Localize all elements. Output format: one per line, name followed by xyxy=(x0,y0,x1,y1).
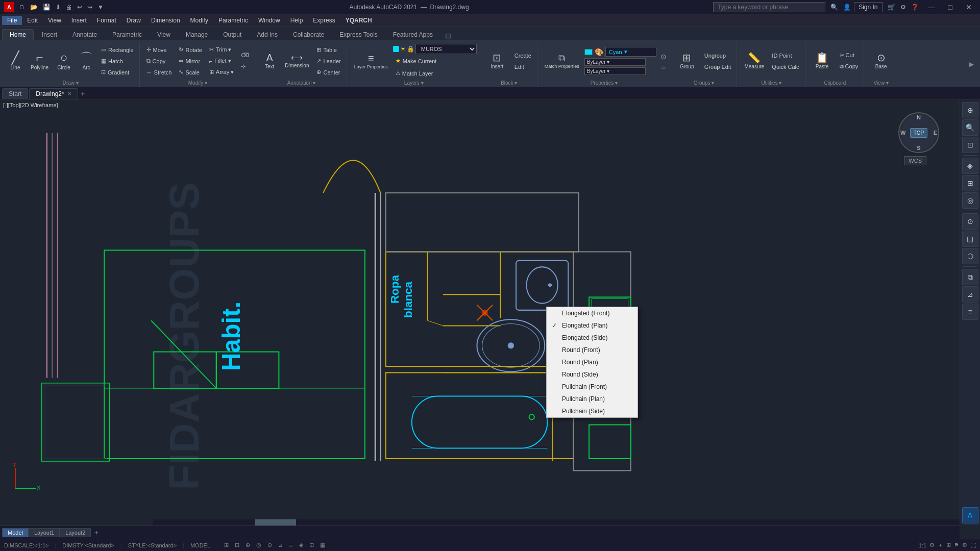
menu-item-round-side[interactable]: Round (Side) xyxy=(547,368,638,381)
measure-button[interactable]: 📏 Measure xyxy=(741,44,767,79)
qa-redo[interactable]: ↪ xyxy=(86,3,94,11)
ribbon-collapse-arrow[interactable]: ▶ xyxy=(965,42,978,87)
right-panel-btn-8[interactable]: ▤ xyxy=(962,231,978,247)
autocad-icon-btn[interactable]: A xyxy=(962,507,978,523)
qa-saveas[interactable]: ⬇ xyxy=(54,3,62,11)
right-panel-btn-6[interactable]: ◎ xyxy=(962,192,978,209)
menu-item-elongated-front[interactable]: Elongated (Front) xyxy=(547,307,638,319)
menu-dimension[interactable]: Dimension xyxy=(146,16,185,25)
status-otrack-icon[interactable]: ⊙ xyxy=(267,542,272,548)
qa-print[interactable]: 🖨 xyxy=(64,3,74,11)
menu-file[interactable]: File xyxy=(2,16,22,25)
annotation-group-label[interactable]: Annotation ▾ xyxy=(259,79,344,87)
tab-addins[interactable]: Add-ins xyxy=(250,30,285,40)
status-annomonitor-icon[interactable]: ⚑ xyxy=(954,542,959,548)
copy-button[interactable]: ⧉ Copy xyxy=(144,56,175,66)
status-plus-btn[interactable]: ＋ xyxy=(938,541,943,549)
groups-group-label[interactable]: Groups ▾ xyxy=(674,79,734,87)
menu-insert[interactable]: Insert xyxy=(66,16,92,25)
search-icon[interactable]: 🔍 xyxy=(830,4,838,11)
tab-insert[interactable]: Insert xyxy=(35,30,64,40)
polyline-button[interactable]: ⌐ Polyline xyxy=(28,44,52,79)
layout-tab-layout2[interactable]: Layout2 xyxy=(60,528,91,537)
status-dynamicinput-icon[interactable]: ⊿ xyxy=(278,542,283,548)
right-panel-btn-10[interactable]: ⧉ xyxy=(962,269,978,285)
menu-item-pullchain-plan[interactable]: Pullchain (Plan) xyxy=(547,393,638,405)
layer-select[interactable]: MUROS xyxy=(415,44,477,54)
paste-button[interactable]: 📋 Paste xyxy=(810,44,835,79)
status-selection-icon[interactable]: ▦ xyxy=(320,542,325,548)
quick-calc-btn[interactable]: Quick Calc xyxy=(769,62,801,72)
text-button[interactable]: A Text xyxy=(259,44,280,79)
explode-btn[interactable]: ⊹ xyxy=(238,62,252,72)
tab-express[interactable]: Express Tools xyxy=(332,30,384,40)
menu-window[interactable]: Window xyxy=(253,16,285,25)
status-fullscreen-icon[interactable]: ⛶ xyxy=(970,542,976,548)
dimension-button[interactable]: ⟷ Dimension xyxy=(282,44,312,79)
clipboard-group-label[interactable]: Clipboard xyxy=(810,79,861,87)
right-panel-btn-11[interactable]: ⊿ xyxy=(962,286,978,303)
menu-express[interactable]: Express xyxy=(308,16,340,25)
edit-btn[interactable]: Edit xyxy=(512,62,534,72)
right-panel-btn-12[interactable]: ≡ xyxy=(962,304,978,320)
tab-start[interactable]: Start xyxy=(2,88,28,99)
create-btn[interactable]: Create xyxy=(512,51,534,61)
status-snap-icon[interactable]: ⊡ xyxy=(235,542,239,548)
qa-save[interactable]: 💾 xyxy=(41,3,52,11)
compass-top-button[interactable]: TOP xyxy=(910,128,927,138)
status-model[interactable]: MODEL xyxy=(190,542,210,548)
mirror-button[interactable]: ⇔ Mirror xyxy=(176,56,204,66)
match-properties-button[interactable]: ⧉ Match Properties xyxy=(542,44,582,79)
status-polar-icon[interactable]: ◎ xyxy=(256,542,261,548)
search-input[interactable] xyxy=(713,2,825,12)
clipboard-copy-btn[interactable]: ⧉ Copy xyxy=(837,62,861,72)
leader-button[interactable]: ↗ Leader xyxy=(314,56,343,66)
settings-icon[interactable]: ⚙ xyxy=(900,4,906,11)
tab-output[interactable]: Output xyxy=(216,30,249,40)
props-icon-1[interactable]: ⊙ xyxy=(660,53,667,61)
qa-workspace[interactable]: ▼ xyxy=(96,3,105,11)
move-button[interactable]: ✛ Move xyxy=(144,45,175,55)
array-button[interactable]: ⊞ Array ▾ xyxy=(207,67,236,78)
match-layer-button[interactable]: ⧊ Match Layer xyxy=(393,68,477,79)
hscroll-thumb[interactable] xyxy=(255,519,296,525)
layout-add-button[interactable]: ＋ xyxy=(91,528,102,537)
ribbon-expand-icon[interactable]: ⊟ xyxy=(443,32,453,40)
properties-group-label[interactable]: Properties ▾ xyxy=(542,79,667,87)
draw-group-label[interactable]: Draw ▾ xyxy=(5,79,136,87)
block-group-label[interactable]: Block ▾ xyxy=(484,79,534,87)
insert-button[interactable]: ⊡ Insert xyxy=(484,44,510,79)
tab-collaborate[interactable]: Collaborate xyxy=(286,30,331,40)
circle-button[interactable]: ○ Circle xyxy=(54,44,74,79)
cut-btn[interactable]: ✂ Cut xyxy=(837,51,861,61)
tab-featured[interactable]: Featured Apps xyxy=(386,30,440,40)
menu-modify[interactable]: Modify xyxy=(185,16,213,25)
menu-item-round-front[interactable]: Round (Front) xyxy=(547,344,638,356)
tab-home[interactable]: Home xyxy=(2,29,34,40)
layout-tab-layout1[interactable]: Layout1 xyxy=(29,528,60,537)
menu-view[interactable]: View xyxy=(43,16,66,25)
props-icon-2[interactable]: ≣ xyxy=(660,62,667,70)
status-workspace-icon[interactable]: ⚙ xyxy=(962,542,967,548)
right-panel-btn-2[interactable]: 🔍 xyxy=(962,119,978,136)
fillet-button[interactable]: ⌐ Fillet ▾ xyxy=(207,56,236,66)
menu-format[interactable]: Format xyxy=(92,16,121,25)
tab-annotate[interactable]: Annotate xyxy=(65,30,104,40)
cart-icon[interactable]: 🛒 xyxy=(888,4,895,11)
arc-button[interactable]: ⌒ Arc xyxy=(76,44,96,79)
menu-item-pullchain-front[interactable]: Pullchain (Front) xyxy=(547,381,638,393)
qa-undo[interactable]: ↩ xyxy=(76,3,84,11)
status-viewport-icon[interactable]: ⊞ xyxy=(946,542,951,548)
rotate-button[interactable]: ↻ Rotate xyxy=(176,45,204,55)
signin-button[interactable]: Sign In xyxy=(854,2,882,12)
utilities-group-label[interactable]: Utilities ▾ xyxy=(741,79,801,87)
right-panel-btn-9[interactable]: ⬡ xyxy=(962,248,978,264)
minimize-button[interactable]: — xyxy=(924,3,939,11)
right-panel-btn-5[interactable]: ⊞ xyxy=(962,175,978,191)
tab-view[interactable]: View xyxy=(150,30,178,40)
tab-drawing2[interactable]: Drawing2* ✕ xyxy=(29,88,78,99)
layers-group-label[interactable]: Layers ▾ xyxy=(351,79,477,87)
tab-manage[interactable]: Manage xyxy=(179,30,215,40)
layer-properties-button[interactable]: ≡ Layer Properties xyxy=(351,44,391,79)
linetype-select[interactable]: ByLayer ▾ xyxy=(584,58,646,66)
